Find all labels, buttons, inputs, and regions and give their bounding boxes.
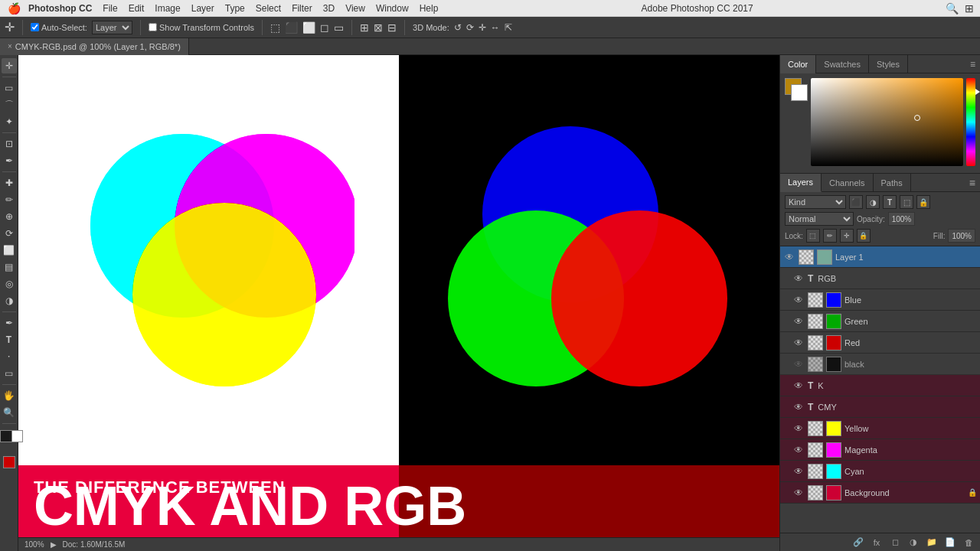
menu-select[interactable]: Select <box>256 3 281 14</box>
menu-image[interactable]: Image <box>155 3 180 14</box>
3d-pan-icon[interactable]: ✛ <box>479 22 486 33</box>
fill-value[interactable]: 100% <box>948 229 975 243</box>
dodge-tool[interactable]: ◑ <box>2 293 17 308</box>
tab-color[interactable]: Color <box>780 55 816 73</box>
layer-item[interactable]: 👁 Cyan <box>780 461 980 482</box>
align-icon-1[interactable]: ⬚ <box>270 21 280 34</box>
tab-layers[interactable]: Layers <box>780 174 822 192</box>
history-brush-tool[interactable]: ⟳ <box>2 226 17 241</box>
foreground-color[interactable] <box>0 430 12 442</box>
filter-shape-icon[interactable]: ⬚ <box>900 195 913 209</box>
align-icon-2[interactable]: ⬛ <box>285 21 298 34</box>
layer-kind-filter[interactable]: Kind <box>785 195 846 209</box>
blur-tool[interactable]: ◎ <box>2 276 17 292</box>
3d-scale-icon[interactable]: ⇱ <box>505 22 512 33</box>
menu-filter[interactable]: Filter <box>292 3 312 14</box>
canvas-area[interactable]: THE DIFFERENCE BETWEEN CMYK AND RGB 100%… <box>18 55 779 551</box>
autoselect-dropdown[interactable]: Layer Group <box>92 21 132 34</box>
layer-item[interactable]: 👁 Background 🔒 <box>780 482 980 504</box>
menu-help[interactable]: Help <box>420 3 439 14</box>
arrange-icon[interactable]: ⊞ <box>965 2 974 15</box>
eyedropper-tool[interactable]: ✒ <box>2 153 17 168</box>
search-icon[interactable]: 🔍 <box>946 2 959 15</box>
layer-visibility-icon[interactable]: 👁 <box>792 422 805 435</box>
menu-3d[interactable]: 3D <box>323 3 335 14</box>
3d-rotate-icon[interactable]: ↺ <box>454 22 462 33</box>
layer-item[interactable]: 👁 Green <box>780 311 980 332</box>
clone-stamp-tool[interactable]: ⊕ <box>2 209 17 224</box>
layer-style-btn[interactable]: fx <box>870 536 884 549</box>
layer-visibility-icon[interactable]: 👁 <box>792 358 805 370</box>
layer-visibility-icon[interactable]: 👁 <box>792 272 805 285</box>
layer-visibility-icon[interactable]: 👁 <box>792 401 805 413</box>
document-tab[interactable]: × CMYK-RGB.psd @ 100% (Layer 1, RGB/8*) <box>0 38 189 55</box>
menu-layer[interactable]: Layer <box>191 3 214 14</box>
apple-menu[interactable]: 🍎 <box>8 2 21 15</box>
healing-brush-tool[interactable]: ✚ <box>2 175 17 191</box>
shape-tool[interactable]: ▭ <box>2 366 17 381</box>
brush-tool[interactable]: ✏ <box>2 192 17 207</box>
hand-tool[interactable]: 🖐 <box>2 388 17 403</box>
pen-tool[interactable]: ✒ <box>2 315 17 331</box>
layer-item[interactable]: 👁 T RGB <box>780 268 980 289</box>
menu-file[interactable]: File <box>103 3 117 14</box>
adjustment-layer-btn[interactable]: ◑ <box>906 536 920 549</box>
color-panel-menu[interactable]: ≡ <box>970 55 980 73</box>
type-tool[interactable]: T <box>2 332 17 347</box>
layer-visibility-icon[interactable]: 👁 <box>792 380 805 392</box>
arrow-btn[interactable]: ▶ <box>51 540 57 549</box>
magic-wand-tool[interactable]: ✦ <box>2 114 17 129</box>
align-icon-3[interactable]: ⬜ <box>302 21 315 34</box>
tab-styles[interactable]: Styles <box>869 55 908 73</box>
background-color[interactable] <box>11 430 23 442</box>
color-picker-gradient[interactable] <box>811 78 963 166</box>
layer-item[interactable]: 👁 Yellow <box>780 418 980 439</box>
marquee-tool[interactable]: ▭ <box>2 80 17 96</box>
move-tool[interactable]: ✛ <box>2 58 17 73</box>
layers-panel-menu[interactable]: ≡ <box>969 174 980 191</box>
blend-mode-select[interactable]: Normal <box>785 212 854 226</box>
3d-slide-icon[interactable]: ↔ <box>491 22 500 33</box>
path-select-tool[interactable]: ⬝ <box>2 349 17 364</box>
autoselect-checkbox[interactable] <box>31 23 39 31</box>
layer-item[interactable]: 👁 Layer 1 <box>780 246 980 268</box>
align-icon-4[interactable]: ◻ <box>320 21 329 34</box>
layer-visibility-icon[interactable]: 👁 <box>792 337 805 349</box>
layer-visibility-icon[interactable]: 👁 <box>792 294 805 306</box>
align-icon-6[interactable]: ⊞ <box>360 21 369 34</box>
zoom-tool[interactable]: 🔍 <box>2 405 17 420</box>
menu-edit[interactable]: Edit <box>129 3 145 14</box>
layer-item[interactable]: 👁 T CMY <box>780 396 980 418</box>
layer-visibility-icon[interactable]: 👁 <box>792 487 805 499</box>
eraser-tool[interactable]: ⬜ <box>2 243 17 258</box>
layer-visibility-icon[interactable]: 👁 <box>792 465 805 478</box>
gradient-tool[interactable]: ▤ <box>2 259 17 275</box>
quick-mask-icon[interactable] <box>3 456 15 468</box>
transform-controls-checkbox[interactable] <box>149 23 157 31</box>
lock-transparent-btn[interactable]: ⬚ <box>806 229 820 243</box>
tab-swatches[interactable]: Swatches <box>816 55 869 73</box>
layer-link-btn[interactable]: 🔗 <box>851 536 865 549</box>
layer-item[interactable]: 👁 Red <box>780 332 980 354</box>
bg-color-swatch[interactable] <box>791 84 808 101</box>
3d-roll-icon[interactable]: ⟳ <box>466 22 474 33</box>
menu-type[interactable]: Type <box>225 3 245 14</box>
align-icon-5[interactable]: ▭ <box>334 21 344 34</box>
lasso-tool[interactable]: ⌒ <box>2 97 17 112</box>
tab-paths[interactable]: Paths <box>874 174 911 192</box>
delete-layer-btn[interactable]: 🗑 <box>962 536 975 549</box>
menu-view[interactable]: View <box>345 3 365 14</box>
filter-smart-icon[interactable]: 🔒 <box>916 195 930 209</box>
filter-type-icon[interactable]: T <box>883 195 897 209</box>
layer-item[interactable]: 👁 Blue <box>780 289 980 311</box>
lock-position-btn[interactable]: ✛ <box>840 229 854 243</box>
color-hue-slider[interactable] <box>966 78 975 166</box>
new-group-btn[interactable]: 📁 <box>925 536 939 549</box>
menu-window[interactable]: Window <box>376 3 409 14</box>
layer-visibility-icon[interactable]: 👁 <box>792 315 805 328</box>
lock-all-btn[interactable]: 🔒 <box>857 229 871 243</box>
layer-item[interactable]: 👁 Magenta <box>780 439 980 461</box>
tab-close-btn[interactable]: × <box>8 42 12 51</box>
layer-item[interactable]: 👁 T K <box>780 375 980 396</box>
color-gradient-field[interactable] <box>811 78 963 166</box>
